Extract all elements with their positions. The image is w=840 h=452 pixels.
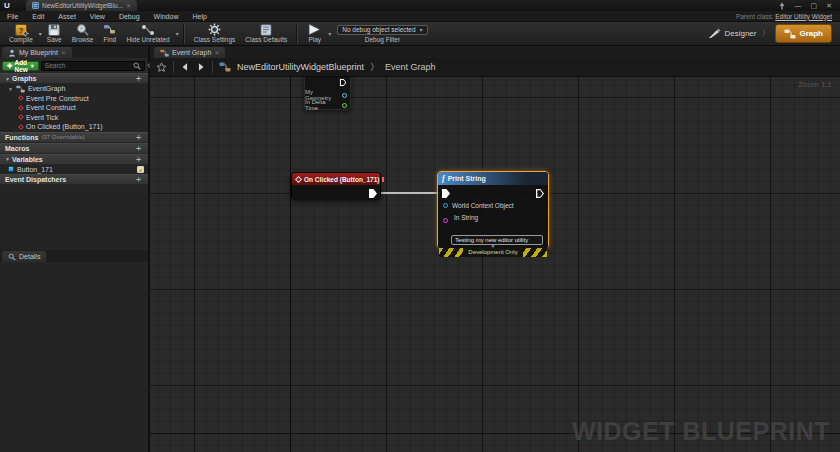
tree-item-event-tick[interactable]: Event Tick <box>0 113 148 123</box>
tab-close-icon[interactable]: ✕ <box>214 49 219 56</box>
play-options-caret-icon[interactable]: ▾ <box>328 30 331 37</box>
menu-window[interactable]: Window <box>147 13 186 20</box>
search-input[interactable] <box>45 62 133 69</box>
add-event-dispatcher-button[interactable]: ＋ <box>134 175 143 184</box>
graph-mode-button[interactable]: Graph <box>775 24 832 43</box>
favorite-star-icon[interactable] <box>156 62 167 73</box>
class-settings-button[interactable]: Class Settings <box>194 22 236 46</box>
save-button[interactable]: Save <box>47 22 62 46</box>
compile-status-icon: ? <box>15 24 27 36</box>
close-button[interactable]: ✕ <box>826 2 832 10</box>
forward-arrow-icon[interactable] <box>196 62 206 72</box>
browse-button[interactable]: Browse <box>72 22 94 46</box>
tab-details[interactable]: Details <box>2 251 46 262</box>
hide-unrelated-button[interactable]: Hide Unrelated <box>126 22 169 46</box>
play-button[interactable]: Play <box>307 22 322 46</box>
minimize-button[interactable]: — <box>795 2 802 9</box>
expander-icon[interactable]: ▼ <box>5 76 10 82</box>
compile-options-caret-icon[interactable]: ▾ <box>39 30 42 37</box>
add-new-label: Add New <box>14 59 27 73</box>
variable-visibility-toggle[interactable]: ✓ <box>137 166 144 173</box>
exec-out-pin[interactable] <box>369 189 377 198</box>
unreal-blueprint-editor-window: U NewEditorUtilityWidgetBlu... ✕ — ▢ ✕ F… <box>0 0 840 452</box>
details-panel: Details <box>0 250 148 452</box>
document-tab[interactable]: NewEditorUtilityWidgetBlu... ✕ <box>26 0 137 11</box>
section-graphs[interactable]: ▼ Graphs ＋ <box>0 73 148 84</box>
tab-event-graph[interactable]: Event Graph ✕ <box>154 47 225 58</box>
float-pin[interactable] <box>342 103 347 108</box>
add-graph-button[interactable]: ＋ <box>134 74 143 83</box>
delegate-pin[interactable] <box>382 177 384 182</box>
add-macro-button[interactable]: ＋ <box>134 144 143 153</box>
parent-class-link[interactable]: Editor Utility Widget <box>775 13 832 20</box>
event-diamond-icon <box>18 114 24 120</box>
menu-help[interactable]: Help <box>185 13 213 20</box>
gear-icon <box>22 30 29 37</box>
play-label: Play <box>308 36 321 44</box>
menu-debug[interactable]: Debug <box>112 13 147 20</box>
tree-item-eventgraph[interactable]: ▼ EventGraph <box>0 84 148 94</box>
on-clicked-event-node[interactable]: On Clicked (Button_171) <box>291 172 381 200</box>
tab-close-icon[interactable]: ✕ <box>61 49 66 56</box>
graph-type-watermark: WIDGET BLUEPRINT <box>572 417 830 446</box>
event-dispatchers-label: Event Dispatchers <box>5 176 66 183</box>
expander-icon[interactable]: ▼ <box>5 156 10 162</box>
tab-close-icon[interactable]: ✕ <box>126 2 131 9</box>
designer-mode-button[interactable]: Designer <box>708 28 756 39</box>
tab-my-blueprint[interactable]: My Blueprint ✕ <box>2 47 72 58</box>
section-variables[interactable]: ▼ Variables ＋ <box>0 154 148 165</box>
title-bar: U NewEditorUtilityWidgetBlu... ✕ — ▢ ✕ <box>0 0 840 11</box>
floppy-icon <box>48 24 60 36</box>
class-defaults-button[interactable]: Class Defaults <box>245 22 287 46</box>
add-variable-button[interactable]: ＋ <box>134 155 143 164</box>
exec-out-pin[interactable] <box>340 79 347 87</box>
back-arrow-icon[interactable] <box>180 62 190 72</box>
compile-button[interactable]: ? Compile <box>9 22 33 46</box>
geometry-pin[interactable] <box>342 93 347 98</box>
print-string-title: Print String <box>448 175 486 182</box>
add-function-button[interactable]: ＋ <box>134 133 143 142</box>
my-blueprint-actions: ✚ Add New ▾ ▾ <box>0 58 148 73</box>
graph-canvas[interactable]: WIDGET BLUEPRINT My Geometry In Delta Ti… <box>150 58 840 452</box>
section-macros[interactable]: Macros ＋ <box>0 143 148 154</box>
expander-icon[interactable]: ▼ <box>8 86 13 92</box>
separator <box>212 61 213 73</box>
breadcrumb-current[interactable]: Event Graph <box>385 62 436 72</box>
menu-asset[interactable]: Asset <box>51 13 83 20</box>
magnifier-icon <box>76 23 89 36</box>
object-pin[interactable] <box>443 203 448 208</box>
pin-icon[interactable] <box>778 2 786 10</box>
in-string-input[interactable]: Testing my new editor utility <box>451 235 543 245</box>
graph-editor-panel: Event Graph ✕ WIDGET BLUEPRINT My Geomet… <box>150 46 840 452</box>
exec-in-pin[interactable] <box>442 189 450 198</box>
tree-item-variable-button171[interactable]: Button_171 ✓ <box>0 165 148 175</box>
save-label: Save <box>47 36 62 44</box>
maximize-button[interactable]: ▢ <box>811 2 818 10</box>
designer-icon <box>708 28 721 39</box>
debug-object-dropdown[interactable]: No debug object selected ▾ <box>337 25 427 35</box>
menu-edit[interactable]: Edit <box>25 13 51 20</box>
menu-file[interactable]: File <box>0 13 25 20</box>
hide-unrelated-icon <box>141 24 155 36</box>
string-pin[interactable] <box>443 218 448 223</box>
tree-item-event-construct[interactable]: Event Construct <box>0 103 148 113</box>
section-event-dispatchers[interactable]: Event Dispatchers ＋ <box>0 174 148 185</box>
print-string-node[interactable]: f Print String World Context Object In S… <box>437 171 549 249</box>
find-button[interactable]: Find <box>103 22 116 46</box>
development-only-banner: Development Only <box>439 248 547 257</box>
section-functions[interactable]: Functions (37 Overridable) ＋ <box>0 132 148 143</box>
separator <box>173 61 174 73</box>
event-diamond-icon <box>18 105 24 111</box>
hide-unrelated-caret-icon[interactable]: ▾ <box>176 30 179 37</box>
tree-item-on-clicked[interactable]: On Clicked (Button_171) <box>0 122 148 132</box>
breadcrumb-root[interactable]: NewEditorUtilityWidgetBlueprint <box>237 62 364 72</box>
menu-bar: File Edit Asset View Debug Window Help P… <box>0 11 840 22</box>
blueprint-search-box[interactable] <box>41 61 145 71</box>
exec-out-pin[interactable] <box>536 189 544 198</box>
node-collapse-arrow-icon[interactable]: ▼ <box>491 243 496 249</box>
add-new-button[interactable]: ✚ Add New ▾ <box>2 61 39 71</box>
event-label: Event Construct <box>26 104 76 111</box>
menu-view[interactable]: View <box>83 13 112 20</box>
class-settings-label: Class Settings <box>194 36 236 44</box>
tree-item-event-pre-construct[interactable]: Event Pre Construct <box>0 94 148 104</box>
